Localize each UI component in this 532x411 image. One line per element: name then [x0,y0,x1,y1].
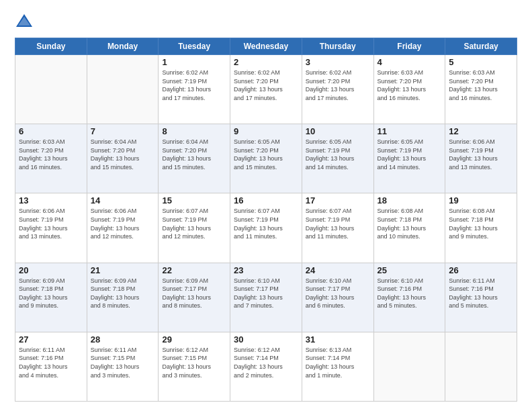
day-number: 7 [91,126,155,136]
calendar-cell: 4Sunrise: 6:03 AM Sunset: 7:20 PM Daylig… [373,55,445,124]
calendar-week-4: 20Sunrise: 6:09 AM Sunset: 7:18 PM Dayli… [15,263,517,332]
calendar-cell [373,332,445,401]
day-header-friday: Friday [373,38,445,55]
calendar-cell: 31Sunrise: 6:13 AM Sunset: 7:14 PM Dayli… [302,332,373,401]
day-info: Sunrise: 6:06 AM Sunset: 7:19 PM Dayligh… [19,207,83,240]
calendar-cell [445,332,517,401]
day-number: 12 [449,126,513,136]
calendar-cell: 6Sunrise: 6:03 AM Sunset: 7:20 PM Daylig… [15,124,87,193]
day-info: Sunrise: 6:08 AM Sunset: 7:18 PM Dayligh… [449,207,513,240]
calendar-week-2: 6Sunrise: 6:03 AM Sunset: 7:20 PM Daylig… [15,124,517,193]
calendar-cell: 1Sunrise: 6:02 AM Sunset: 7:19 PM Daylig… [159,55,230,124]
day-info: Sunrise: 6:06 AM Sunset: 7:19 PM Dayligh… [91,207,155,240]
day-header-tuesday: Tuesday [159,38,230,55]
day-number: 6 [19,126,83,136]
calendar-cell: 24Sunrise: 6:10 AM Sunset: 7:17 PM Dayli… [302,263,373,332]
calendar-cell: 12Sunrise: 6:06 AM Sunset: 7:19 PM Dayli… [445,124,517,193]
calendar-cell: 17Sunrise: 6:07 AM Sunset: 7:19 PM Dayli… [302,193,373,263]
calendar-header-row: SundayMondayTuesdayWednesdayThursdayFrid… [15,38,517,55]
day-header-sunday: Sunday [15,38,87,55]
day-number: 15 [162,195,226,205]
calendar-cell [15,55,87,124]
day-number: 30 [234,334,298,345]
calendar-cell: 23Sunrise: 6:10 AM Sunset: 7:17 PM Dayli… [230,263,302,332]
calendar-cell: 18Sunrise: 6:08 AM Sunset: 7:18 PM Dayli… [373,193,445,263]
day-info: Sunrise: 6:11 AM Sunset: 7:15 PM Dayligh… [91,346,155,379]
calendar-cell: 8Sunrise: 6:04 AM Sunset: 7:20 PM Daylig… [159,124,230,193]
day-info: Sunrise: 6:13 AM Sunset: 7:14 PM Dayligh… [306,346,370,379]
day-header-wednesday: Wednesday [230,38,302,55]
day-header-saturday: Saturday [445,38,517,55]
day-info: Sunrise: 6:02 AM Sunset: 7:20 PM Dayligh… [234,68,298,102]
calendar-cell: 11Sunrise: 6:05 AM Sunset: 7:19 PM Dayli… [373,124,445,193]
day-number: 1 [162,57,226,67]
day-number: 22 [162,265,226,275]
calendar-table: SundayMondayTuesdayWednesdayThursdayFrid… [15,38,517,402]
day-info: Sunrise: 6:05 AM Sunset: 7:19 PM Dayligh… [306,138,370,171]
day-info: Sunrise: 6:07 AM Sunset: 7:19 PM Dayligh… [234,207,298,240]
logo-icon [15,12,34,31]
header [15,12,517,31]
day-number: 17 [306,195,370,205]
day-info: Sunrise: 6:06 AM Sunset: 7:19 PM Dayligh… [449,138,513,171]
logo [15,12,36,31]
day-info: Sunrise: 6:10 AM Sunset: 7:17 PM Dayligh… [306,277,370,310]
day-number: 27 [19,334,83,345]
calendar-cell: 14Sunrise: 6:06 AM Sunset: 7:19 PM Dayli… [87,193,159,263]
calendar-cell: 27Sunrise: 6:11 AM Sunset: 7:16 PM Dayli… [15,332,87,401]
day-number: 14 [91,195,155,205]
day-number: 5 [449,57,513,67]
calendar-week-5: 27Sunrise: 6:11 AM Sunset: 7:16 PM Dayli… [15,332,517,401]
day-number: 31 [306,334,370,345]
calendar-cell: 5Sunrise: 6:03 AM Sunset: 7:20 PM Daylig… [445,55,517,124]
day-info: Sunrise: 6:09 AM Sunset: 7:17 PM Dayligh… [162,277,226,310]
calendar-cell: 2Sunrise: 6:02 AM Sunset: 7:20 PM Daylig… [230,55,302,124]
calendar-cell: 30Sunrise: 6:12 AM Sunset: 7:14 PM Dayli… [230,332,302,401]
day-info: Sunrise: 6:04 AM Sunset: 7:20 PM Dayligh… [91,138,155,171]
day-info: Sunrise: 6:02 AM Sunset: 7:19 PM Dayligh… [162,68,226,102]
calendar-cell: 28Sunrise: 6:11 AM Sunset: 7:15 PM Dayli… [87,332,159,401]
calendar-cell: 25Sunrise: 6:10 AM Sunset: 7:16 PM Dayli… [373,263,445,332]
calendar-cell [87,55,159,124]
calendar-cell: 10Sunrise: 6:05 AM Sunset: 7:19 PM Dayli… [302,124,373,193]
day-number: 3 [306,57,370,67]
calendar-cell: 13Sunrise: 6:06 AM Sunset: 7:19 PM Dayli… [15,193,87,263]
calendar-cell: 26Sunrise: 6:11 AM Sunset: 7:16 PM Dayli… [445,263,517,332]
day-number: 4 [378,57,442,67]
day-info: Sunrise: 6:05 AM Sunset: 7:19 PM Dayligh… [378,138,442,171]
calendar-cell: 22Sunrise: 6:09 AM Sunset: 7:17 PM Dayli… [159,263,230,332]
calendar-cell: 29Sunrise: 6:12 AM Sunset: 7:15 PM Dayli… [159,332,230,401]
day-number: 16 [234,195,298,205]
calendar-week-1: 1Sunrise: 6:02 AM Sunset: 7:19 PM Daylig… [15,55,517,124]
calendar-week-3: 13Sunrise: 6:06 AM Sunset: 7:19 PM Dayli… [15,193,517,263]
day-number: 26 [449,265,513,275]
day-number: 11 [378,126,442,136]
day-number: 20 [19,265,83,275]
calendar-cell: 20Sunrise: 6:09 AM Sunset: 7:18 PM Dayli… [15,263,87,332]
day-number: 8 [162,126,226,136]
day-number: 23 [234,265,298,275]
calendar-cell: 16Sunrise: 6:07 AM Sunset: 7:19 PM Dayli… [230,193,302,263]
day-number: 29 [162,334,226,345]
day-info: Sunrise: 6:11 AM Sunset: 7:16 PM Dayligh… [449,277,513,310]
calendar-cell: 21Sunrise: 6:09 AM Sunset: 7:18 PM Dayli… [87,263,159,332]
calendar-cell: 3Sunrise: 6:02 AM Sunset: 7:20 PM Daylig… [302,55,373,124]
day-info: Sunrise: 6:04 AM Sunset: 7:20 PM Dayligh… [162,138,226,171]
day-info: Sunrise: 6:09 AM Sunset: 7:18 PM Dayligh… [19,277,83,310]
day-info: Sunrise: 6:05 AM Sunset: 7:20 PM Dayligh… [234,138,298,171]
day-info: Sunrise: 6:03 AM Sunset: 7:20 PM Dayligh… [19,138,83,171]
day-number: 9 [234,126,298,136]
day-number: 18 [378,195,442,205]
calendar-cell: 9Sunrise: 6:05 AM Sunset: 7:20 PM Daylig… [230,124,302,193]
day-info: Sunrise: 6:08 AM Sunset: 7:18 PM Dayligh… [378,207,442,240]
day-header-thursday: Thursday [302,38,373,55]
day-info: Sunrise: 6:12 AM Sunset: 7:14 PM Dayligh… [234,346,298,379]
day-info: Sunrise: 6:03 AM Sunset: 7:20 PM Dayligh… [449,68,513,102]
calendar-cell: 7Sunrise: 6:04 AM Sunset: 7:20 PM Daylig… [87,124,159,193]
day-info: Sunrise: 6:02 AM Sunset: 7:20 PM Dayligh… [306,68,370,102]
day-info: Sunrise: 6:11 AM Sunset: 7:16 PM Dayligh… [19,346,83,379]
day-info: Sunrise: 6:10 AM Sunset: 7:16 PM Dayligh… [378,277,442,310]
day-number: 25 [378,265,442,275]
day-info: Sunrise: 6:07 AM Sunset: 7:19 PM Dayligh… [162,207,226,240]
day-info: Sunrise: 6:07 AM Sunset: 7:19 PM Dayligh… [306,207,370,240]
